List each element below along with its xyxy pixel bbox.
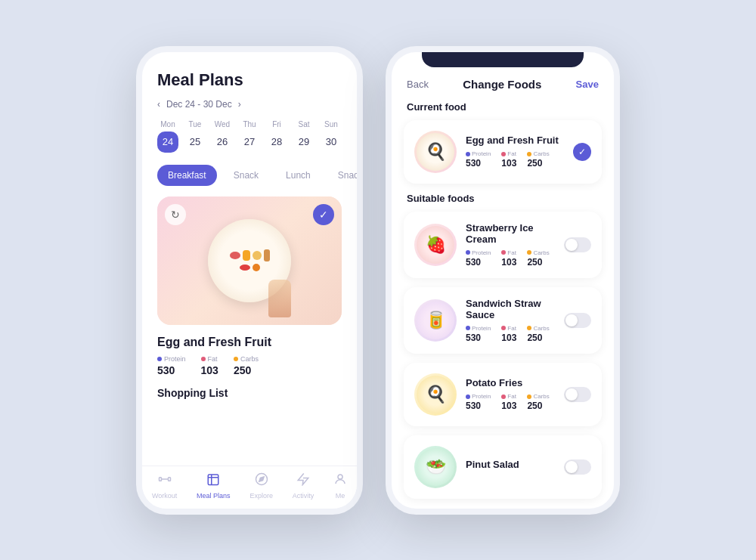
fat-dot <box>201 357 206 361</box>
back-button[interactable]: Back <box>407 79 429 90</box>
current-food-nutrition: Protein 530 Fat 103 <box>466 150 564 169</box>
fat-dot <box>501 152 506 156</box>
tab-snack-1[interactable]: Snack <box>223 165 269 186</box>
suitable-foods-label: Suitable foods <box>392 193 614 204</box>
cal-day-sat[interactable]: Sat 29 <box>293 120 314 153</box>
nav-meal-plans[interactable]: Meal Plans <box>197 472 231 500</box>
save-button[interactable]: Save <box>576 79 599 90</box>
cal-day-tue[interactable]: Tue 25 <box>184 120 206 153</box>
meal-plans-nav-label: Meal Plans <box>197 492 231 500</box>
explore-label: Explore <box>249 492 273 500</box>
pinut-toggle[interactable] <box>564 459 591 475</box>
cal-day-name-fri: Fri <box>272 120 281 128</box>
phone-1: Meal Plans ‹ Dec 24 - 30 Dec › Mon 24 Tu… <box>136 46 363 515</box>
cal-day-name-mon: Mon <box>160 120 175 128</box>
cal-day-name-wed: Wed <box>215 120 230 128</box>
calendar-row: Mon 24 Tue 25 Wed 26 Thu 27 <box>157 120 342 153</box>
potato-toggle[interactable] <box>564 387 591 402</box>
svg-marker-7 <box>259 476 263 481</box>
cal-day-num-wed[interactable]: 26 <box>212 131 233 153</box>
cf-header: Back Change Foods Save <box>392 67 614 101</box>
strawberry-nutrition: Protein 530 Fat 103 <box>466 249 555 268</box>
svg-rect-0 <box>159 477 161 481</box>
sandwich-toggle[interactable] <box>564 313 591 328</box>
svg-rect-1 <box>168 477 170 481</box>
svg-point-8 <box>338 475 342 479</box>
shopping-list-label: Shopping List <box>157 387 342 399</box>
cal-day-num-mon[interactable]: 24 <box>157 131 178 153</box>
nav-me[interactable]: Me <box>333 472 347 500</box>
strawberry-thumb: 🍓 <box>414 224 457 266</box>
carbs-dot <box>234 357 238 361</box>
phone-2: Back Change Foods Save Current food 🍳 Eg… <box>386 46 620 515</box>
nav-activity[interactable]: Activity <box>293 472 314 500</box>
screens-container: Meal Plans ‹ Dec 24 - 30 Dec › Mon 24 Tu… <box>136 46 620 515</box>
food-name: Egg and Fresh Fruit <box>157 336 342 349</box>
strawberry-toggle[interactable] <box>564 237 591 252</box>
next-week-arrow[interactable]: › <box>238 99 241 110</box>
sandwich-info: Sandwich Straw Sauce Protein 530 <box>466 298 555 343</box>
cal-day-num-tue[interactable]: 25 <box>184 131 206 153</box>
week-nav: ‹ Dec 24 - 30 Dec › <box>157 99 342 110</box>
toggle-thumb <box>565 239 578 251</box>
strawberry-info: Strawberry Ice Cream Protein 530 <box>466 222 555 268</box>
sandwich-thumb: 🥫 <box>414 299 457 342</box>
workout-icon <box>158 472 172 490</box>
carbs-value: 250 <box>234 364 259 376</box>
refresh-button[interactable]: ↻ <box>165 204 186 225</box>
pinut-thumb: 🥗 <box>414 446 457 488</box>
nutrition-row: Protein 530 Fat 103 Ca <box>157 355 342 376</box>
cal-day-thu[interactable]: Thu 27 <box>239 120 260 153</box>
workout-label: Workout <box>152 492 177 500</box>
cal-day-sun[interactable]: Sun 30 <box>321 120 342 153</box>
cf-title: Change Foods <box>463 78 541 91</box>
svg-rect-3 <box>209 475 219 485</box>
protein-dot <box>466 152 470 156</box>
potato-thumb: 🍳 <box>414 373 457 416</box>
cal-day-num-thu[interactable]: 27 <box>239 131 260 153</box>
me-icon <box>333 472 347 490</box>
pinut-thumb-image: 🥗 <box>417 448 454 486</box>
nav-explore[interactable]: Explore <box>249 472 273 500</box>
meal-plans-screen: Meal Plans ‹ Dec 24 - 30 Dec › Mon 24 Tu… <box>142 52 357 509</box>
current-food-thumb: 🍳 <box>414 131 457 173</box>
toggle-thumb-2 <box>565 314 578 326</box>
change-foods-screen: Back Change Foods Save Current food 🍳 Eg… <box>392 52 614 509</box>
toggle-thumb-3 <box>565 388 578 401</box>
nav-workout[interactable]: Workout <box>152 472 177 500</box>
carbs-label: Carbs <box>234 355 259 363</box>
carbs-dot <box>527 250 531 255</box>
current-food-protein: Protein 530 <box>466 150 491 169</box>
egg-thumb-image: 🍳 <box>417 133 454 171</box>
meal-tabs: Breakfast Snack Lunch Snack <box>157 165 342 186</box>
cal-day-name-sat: Sat <box>298 120 309 128</box>
tab-snack-2[interactable]: Snack <box>327 165 357 186</box>
tab-breakfast[interactable]: Breakfast <box>157 165 217 186</box>
suitable-food-strawberry: 🍓 Strawberry Ice Cream Protein 530 <box>404 212 602 278</box>
cal-day-fri[interactable]: Fri 28 <box>266 120 287 153</box>
protein-value: 530 <box>157 364 186 376</box>
fat-label: Fat <box>201 355 218 363</box>
cal-day-num-fri[interactable]: 28 <box>266 131 287 153</box>
potato-thumb-image: 🍳 <box>417 376 454 413</box>
bottom-nav: Workout Meal Plans Explore <box>142 466 357 509</box>
tab-lunch[interactable]: Lunch <box>275 165 321 186</box>
prev-week-arrow[interactable]: ‹ <box>157 99 160 110</box>
hand-illustration <box>268 280 291 317</box>
cal-day-num-sat[interactable]: 29 <box>293 131 314 153</box>
cal-day-name-tue: Tue <box>189 120 202 128</box>
cal-day-mon[interactable]: Mon 24 <box>157 120 178 153</box>
activity-icon <box>296 472 310 490</box>
explore-icon <box>255 472 268 490</box>
protein-label: Protein <box>157 355 186 363</box>
cal-day-num-sun[interactable]: 30 <box>321 131 342 153</box>
cal-day-wed[interactable]: Wed 26 <box>212 120 233 153</box>
current-food-carbs: Carbs 250 <box>527 150 549 169</box>
pinut-name: Pinut Salad <box>466 459 555 470</box>
strawberry-thumb-image: 🍓 <box>417 226 454 264</box>
activity-label: Activity <box>293 492 314 500</box>
pinut-info: Pinut Salad <box>466 459 555 475</box>
current-food-card: 🍳 Egg and Fresh Fruit Protein 530 <box>404 120 602 184</box>
nutrition-carbs: Carbs 250 <box>234 355 259 376</box>
current-food-selected-check[interactable]: ✓ <box>573 143 591 161</box>
